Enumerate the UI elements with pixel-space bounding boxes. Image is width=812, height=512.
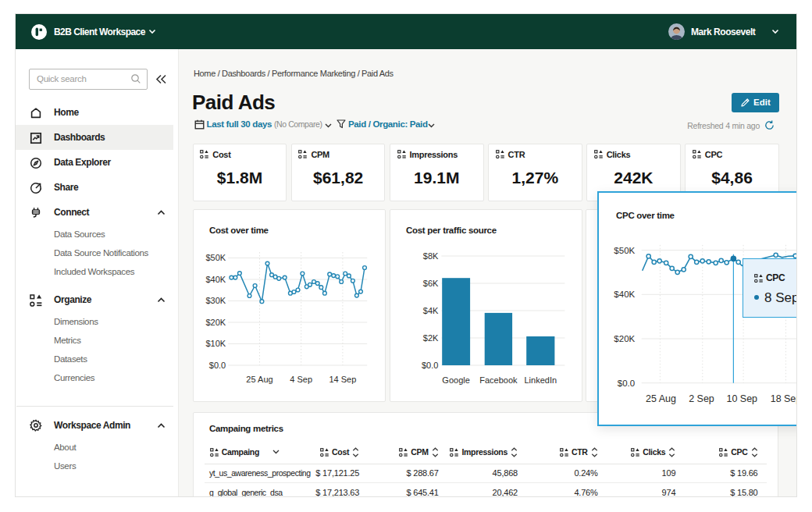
svg-text:$20K: $20K bbox=[205, 318, 226, 327]
svg-text:$0.0: $0.0 bbox=[618, 379, 635, 388]
svg-text:25 Aug: 25 Aug bbox=[246, 375, 272, 384]
svg-text:10 Sep: 10 Sep bbox=[727, 393, 758, 404]
svg-text:LinkedIn: LinkedIn bbox=[524, 375, 557, 385]
svg-text:Google: Google bbox=[442, 375, 469, 385]
svg-text:18 Sep: 18 Sep bbox=[771, 393, 796, 404]
svg-text:25 Aug: 25 Aug bbox=[646, 393, 676, 404]
svg-text:$8K: $8K bbox=[422, 251, 438, 261]
svg-text:$20K: $20K bbox=[614, 334, 636, 343]
svg-text:Facebook: Facebook bbox=[479, 375, 518, 385]
svg-text:2 Sep: 2 Sep bbox=[689, 393, 714, 404]
svg-text:14 Sep: 14 Sep bbox=[329, 375, 356, 384]
svg-text:$0.0: $0.0 bbox=[422, 361, 438, 370]
svg-text:$40K: $40K bbox=[205, 275, 226, 284]
svg-text:$10K: $10K bbox=[205, 339, 226, 348]
svg-text:$2K: $2K bbox=[422, 333, 438, 343]
svg-text:$6K: $6K bbox=[422, 279, 438, 288]
svg-text:$40K: $40K bbox=[614, 290, 636, 299]
svg-text:$30K: $30K bbox=[205, 296, 226, 305]
svg-text:$50K: $50K bbox=[614, 246, 636, 255]
svg-text:$4K: $4K bbox=[422, 306, 438, 315]
svg-text:4 Sep: 4 Sep bbox=[290, 375, 312, 384]
svg-text:$50K: $50K bbox=[205, 253, 226, 262]
svg-text:$0.0: $0.0 bbox=[209, 361, 226, 370]
